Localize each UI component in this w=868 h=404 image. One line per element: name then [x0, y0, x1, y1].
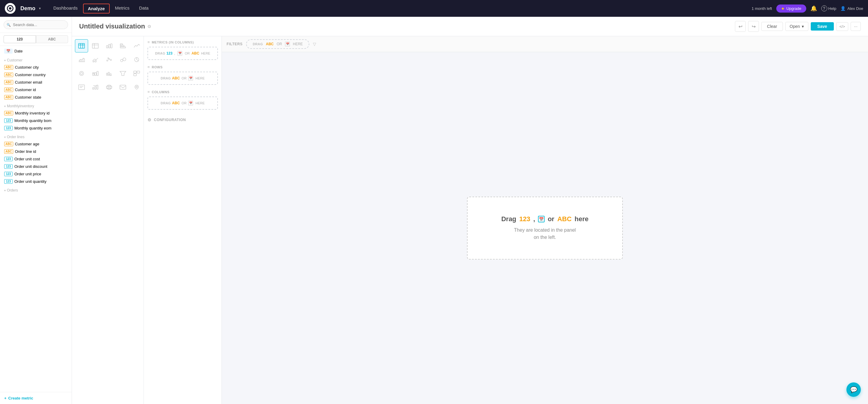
metrics-drop-zone[interactable]: DRAG 123 , 📅 OR ABC HERE	[148, 47, 218, 60]
type-icon-date: 📅	[4, 49, 12, 54]
date-icon-inline: 📅	[178, 51, 182, 56]
tab-123[interactable]: 123	[4, 35, 36, 43]
viz-bubble[interactable]	[116, 53, 129, 66]
chevron-icon: ▾	[4, 189, 6, 192]
sidebar-item-order-line-id[interactable]: ABC Order line id	[0, 148, 72, 155]
viz-table[interactable]	[75, 39, 88, 53]
svg-rect-42	[95, 87, 96, 89]
trial-text: 1 month left	[752, 6, 772, 11]
nav-metrics[interactable]: Metrics	[111, 4, 134, 13]
open-chevron-icon: ▾	[802, 24, 804, 29]
viz-line[interactable]	[130, 39, 143, 53]
section-header-customer[interactable]: ▾ Customer	[0, 55, 72, 64]
sidebar-item-order-cost[interactable]: 123 Order unit cost	[0, 155, 72, 163]
viz-crossfilter[interactable]	[130, 67, 143, 80]
query-panel: ≡ METRICS (IN COLUMNS) DRAG 123 , 📅 OR A…	[144, 36, 222, 404]
nav-analyze[interactable]: Analyze	[83, 4, 110, 13]
save-button[interactable]: Save	[811, 22, 834, 31]
sidebar-item-monthly-bom[interactable]: 123 Monthly quantity bom	[0, 117, 72, 124]
svg-rect-9	[111, 44, 112, 48]
viz-email[interactable]	[116, 81, 129, 94]
svg-rect-13	[93, 61, 94, 62]
tab-abc[interactable]: ABC	[36, 35, 68, 43]
section-header-orders[interactable]: ▾ Orders	[0, 185, 72, 194]
sidebar-item-monthly-eom[interactable]: 123 Monthly quantity eom	[0, 124, 72, 132]
columns-title: ≡ COLUMNS	[148, 90, 218, 94]
viz-area: FILTERS DRAG ABC OR 📅 HERE ▽ Drag	[222, 36, 868, 404]
sidebar-item-customer-city[interactable]: ABC Customer city	[0, 64, 72, 71]
undo-button[interactable]: ↩	[735, 21, 746, 32]
search-input[interactable]	[4, 20, 68, 29]
item-label: Customer email	[15, 80, 42, 85]
sidebar-item-date[interactable]: 📅 Date	[0, 47, 72, 55]
help-circle-icon[interactable]: ⊙	[148, 24, 151, 29]
brand-dropdown-arrow[interactable]: ▾	[39, 6, 41, 10]
nav-data[interactable]: Data	[135, 4, 153, 13]
config-title-text: CONFIGURATION	[154, 118, 186, 122]
chat-button[interactable]: 💬	[846, 382, 861, 397]
topnav: Demo ▾ Dashboards Analyze Metrics Data 1…	[0, 0, 868, 17]
sidebar-item-customer-id[interactable]: ABC Customer id	[0, 86, 72, 94]
sidebar-item-monthly-id[interactable]: ABC Monthly inventory id	[0, 110, 72, 117]
sidebar-item-customer-email[interactable]: ABC Customer email	[0, 79, 72, 86]
sidebar-item-order-price[interactable]: 123 Order unit price	[0, 170, 72, 178]
rows-drop-zone[interactable]: DRAG ABC OR 📅 HERE	[148, 72, 218, 85]
content-header: Untitled visualization ⊙ ↩ ↪ Clear Open …	[72, 17, 868, 36]
sidebar-item-customer-country[interactable]: ABC Customer country	[0, 71, 72, 79]
viz-title-text: Untitled visualization	[79, 23, 145, 30]
viz-pivot[interactable]	[89, 39, 102, 53]
viz-combo[interactable]	[89, 53, 102, 66]
help-label: Help	[829, 6, 837, 11]
redo-button[interactable]: ↪	[748, 21, 759, 32]
open-button[interactable]: Open ▾	[785, 22, 808, 31]
svg-point-18	[108, 58, 109, 59]
section-header-monthly[interactable]: ▾ Monthlyinventory	[0, 101, 72, 110]
viz-metric[interactable]	[89, 81, 102, 94]
filter-icon[interactable]: ▽	[313, 42, 316, 46]
svg-rect-38	[79, 85, 85, 90]
drop-target-area[interactable]: Drag 123 , 📅 or ABC here They are locate…	[467, 196, 623, 259]
sidebar: 123 ABC 📅 Date ▾ Customer ABC Customer c…	[0, 17, 72, 404]
viz-waterfall[interactable]	[102, 67, 116, 80]
clear-button[interactable]: Clear	[761, 22, 782, 31]
sidebar-item-order-discount[interactable]: 123 Order unit discount	[0, 163, 72, 170]
viz-detail[interactable]	[75, 81, 88, 94]
here-label: HERE	[293, 42, 303, 46]
viz-horizontal-bar[interactable]	[116, 39, 129, 53]
user-menu[interactable]: Alex Doe	[840, 6, 863, 11]
notifications-icon[interactable]: 🔔	[810, 5, 817, 12]
item-label: Order unit price	[14, 172, 41, 176]
viz-location[interactable]	[130, 81, 143, 94]
nav-dashboards[interactable]: Dashboards	[49, 4, 82, 13]
viz-scatter[interactable]	[102, 53, 116, 66]
create-metric-button[interactable]: + Create metric	[4, 396, 33, 400]
svg-rect-29	[97, 71, 98, 75]
comma: ,	[174, 52, 175, 55]
viz-map[interactable]	[102, 81, 116, 94]
item-label: Monthly quantity eom	[14, 126, 52, 130]
svg-point-44	[106, 85, 112, 89]
svg-rect-7	[106, 45, 108, 48]
code-button[interactable]: </>	[836, 22, 848, 31]
viz-bar[interactable]	[102, 39, 116, 53]
config-row[interactable]: ⚙ CONFIGURATION	[148, 115, 218, 125]
chevron-icon: ▾	[4, 59, 6, 62]
help-icon[interactable]: ? Help	[821, 5, 837, 11]
rows-section: ≡ ROWS DRAG ABC OR 📅 HERE	[148, 65, 218, 85]
columns-drop-zone[interactable]: DRAG ABC OR 📅 HERE	[148, 96, 218, 110]
more-options-button[interactable]: ···	[850, 22, 861, 31]
sidebar-item-customer-age[interactable]: ABC Customer age	[0, 140, 72, 148]
viz-stacked-bar[interactable]	[89, 67, 102, 80]
svg-rect-35	[134, 71, 136, 73]
section-header-orderlines[interactable]: ▾ Order lines	[0, 132, 72, 140]
sidebar-item-order-quantity[interactable]: 123 Order unit quantity	[0, 178, 72, 185]
viz-funnel[interactable]	[116, 67, 129, 80]
viz-pie[interactable]	[130, 53, 143, 66]
viz-donut[interactable]	[75, 67, 88, 80]
upgrade-button[interactable]: Upgrade	[776, 4, 806, 12]
type-icon-abc: ABC	[4, 142, 13, 146]
filter-drop-zone[interactable]: DRAG ABC OR 📅 HERE	[246, 39, 309, 49]
sidebar-item-customer-state[interactable]: ABC Customer state	[0, 94, 72, 101]
rows-title-text: ROWS	[152, 65, 162, 69]
viz-area[interactable]	[75, 53, 88, 66]
